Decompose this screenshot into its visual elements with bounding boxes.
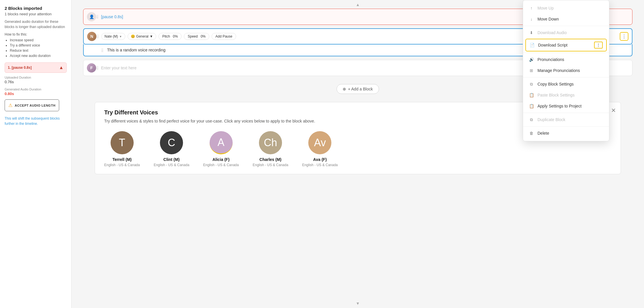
fix-item-speed: Increase speed (10, 38, 67, 42)
menu-item-duplicate[interactable]: ⧉ Duplicate Block (523, 114, 609, 125)
sidebar-how-to-fix: How to fix this: (5, 32, 67, 36)
alicia-avatar: A (210, 131, 233, 154)
voice-card-ava[interactable]: Av Ava (F) English - US & Canada (302, 131, 338, 167)
copy-block-label: Copy Block Settings (537, 82, 574, 86)
shift-note: This will shift the subsequent blocks fu… (5, 116, 67, 126)
style-arrow-icon: ▼ (150, 34, 153, 38)
menu-item-paste-block[interactable]: 📋 Paste Block Settings (523, 90, 609, 101)
uploaded-duration-value: 0.76s (5, 80, 67, 84)
fix-item-text: Reduce text (10, 49, 67, 53)
fix-list: Increase speed Try a different voice Red… (5, 38, 67, 58)
uploaded-duration-box: Uploaded Duration 0.76s (5, 76, 67, 84)
voice-card-alicia[interactable]: A Alicia (F) English - US & Canada (203, 131, 239, 167)
terrell-avatar: T (111, 131, 134, 154)
block-controls: Nate (M) ▼ 😊 General ▼ Pitch 0% Speed 0%… (101, 33, 236, 40)
separator-3 (523, 77, 609, 77)
charles-avatar: Ch (259, 131, 282, 154)
voice-name: Nate (M) (104, 34, 118, 38)
move-down-label: Move Down (537, 17, 559, 21)
menu-item-download-audio[interactable]: ⬇ Download Audio (523, 27, 609, 38)
duplicate-icon: ⧉ (529, 117, 534, 122)
accept-audio-length-button[interactable]: ⚠ ACCEPT AUDIO LENGTH (5, 99, 59, 111)
warning-icon: ⚠ (8, 103, 12, 108)
ava-name: Ava (F) (313, 157, 327, 162)
menu-item-delete[interactable]: 🗑 Delete (523, 128, 609, 139)
style-emoji: 😊 (131, 34, 135, 38)
move-up-icon: ↑ (529, 5, 534, 11)
move-up-label: Move Up (537, 6, 554, 10)
menu-item-apply-settings[interactable]: 📋 Apply Settings to Project (523, 101, 609, 112)
problem-block-item[interactable]: 1. [pause 0.8s] ▲ (5, 62, 67, 73)
alicia-lang: English - US & Canada (203, 163, 239, 167)
download-audio-label: Download Audio (537, 30, 567, 35)
ava-lang: English - US & Canada (302, 163, 338, 167)
scroll-up-arrow[interactable]: ▲ (356, 2, 360, 7)
clint-name: Clint (M) (163, 157, 180, 162)
ava-avatar: Av (308, 131, 331, 154)
separator-1 (523, 26, 609, 26)
menu-item-move-down[interactable]: ↓ Move Down (523, 14, 609, 25)
alicia-name: Alicia (F) (212, 157, 229, 162)
charles-name: Charles (M) (260, 157, 281, 162)
problem-block-label: 1. [pause 0.8s] (8, 66, 32, 70)
sidebar: 2 Blocks imported 1 blocks need your att… (0, 0, 72, 308)
collapse-arrow-icon[interactable]: ▲ (59, 65, 64, 70)
download-script-icon: 📄 (529, 42, 535, 48)
speed-button[interactable]: Speed 0% (184, 33, 209, 40)
copy-block-icon: ⧉ (529, 81, 534, 87)
add-pause-button[interactable]: Add Pause (212, 33, 236, 40)
menu-item-move-up[interactable]: ↑ Move Up (523, 3, 609, 14)
sidebar-subtitle: 1 blocks need your attention (5, 12, 67, 16)
more-icon-highlighted[interactable]: ⋮ (594, 42, 603, 49)
manage-pronunciations-label: Manage Pronunciations (537, 68, 580, 73)
pause-avatar: 👤 (87, 12, 96, 21)
fix-item-accept: Accept new audio duration (10, 54, 67, 58)
pitch-button[interactable]: Pitch 0% (158, 33, 182, 40)
menu-item-copy-block[interactable]: ⧉ Copy Block Settings (523, 79, 609, 90)
drag-handle-3-icon[interactable]: ⣿ (96, 66, 99, 70)
apply-settings-icon: 📋 (529, 103, 534, 109)
paste-block-icon: 📋 (529, 92, 534, 98)
separator-5 (523, 126, 609, 127)
charles-lang: English - US & Canada (253, 163, 288, 167)
female-avatar: F (87, 63, 96, 73)
style-name: General (136, 34, 149, 38)
close-voices-panel-button[interactable]: ✕ (611, 107, 616, 114)
context-dropdown-menu: ↑ Move Up ↓ Move Down ⬇ Download Audio 📄… (523, 0, 609, 141)
block-text-content[interactable]: This is a random voice recording (107, 45, 165, 55)
delete-label: Delete (537, 131, 549, 136)
download-script-label: Download Script (538, 43, 568, 47)
clint-lang: English - US & Canada (154, 163, 189, 167)
voice-card-charles[interactable]: Ch Charles (M) English - US & Canada (253, 131, 288, 167)
pause-text: [pause 0.8s] (101, 14, 123, 19)
voice-card-terrell[interactable]: T Terrell (M) English - US & Canada (104, 131, 140, 167)
paste-block-label: Paste Block Settings (537, 93, 574, 97)
generated-duration-box: Generated Audio Duration 0.80s (5, 88, 67, 96)
voice-card-clint[interactable]: C Clint (M) English - US & Canada (154, 131, 189, 167)
plus-circle-icon: ⊕ (343, 87, 346, 91)
voice-select-dropdown[interactable]: Nate (M) ▼ (101, 33, 125, 40)
pronunciations-icon: 🔊 (529, 57, 534, 62)
add-block-button[interactable]: ⊕ + Add a Block (337, 84, 379, 94)
more-options-button[interactable]: ⋮ (620, 32, 628, 41)
drag-handle-icon[interactable]: ⣿ (96, 15, 99, 19)
nate-avatar: N (87, 32, 96, 41)
terrell-lang: English - US & Canada (104, 163, 140, 167)
style-select-dropdown[interactable]: 😊 General ▼ (128, 33, 156, 40)
sidebar-description: Generated audio duration for these block… (5, 19, 67, 29)
text-drag-handle-icon[interactable]: ⣿ (101, 48, 104, 52)
terrell-name: Terrell (M) (112, 157, 132, 162)
pronunciations-label: Pronunciations (537, 57, 564, 62)
voice-select-arrow-icon: ▼ (119, 35, 122, 38)
move-down-icon: ↓ (529, 16, 534, 22)
accept-btn-label: ACCEPT AUDIO LENGTH (15, 104, 55, 107)
drag-handle-2-icon[interactable]: ⣿ (96, 34, 99, 38)
duplicate-label: Duplicate Block (537, 117, 565, 122)
fix-item-voice: Try a different voice (10, 43, 67, 47)
generated-duration-value: 0.80s (5, 92, 67, 96)
scroll-down-arrow[interactable]: ▼ (356, 301, 360, 306)
menu-item-manage-pronunciations[interactable]: ⊞ Manage Pronunciations (523, 65, 609, 76)
menu-item-pronunciations[interactable]: 🔊 Pronunciations (523, 54, 609, 65)
menu-item-download-script[interactable]: 📄 Download Script ⋮ (525, 39, 607, 51)
clint-avatar: C (160, 131, 183, 154)
